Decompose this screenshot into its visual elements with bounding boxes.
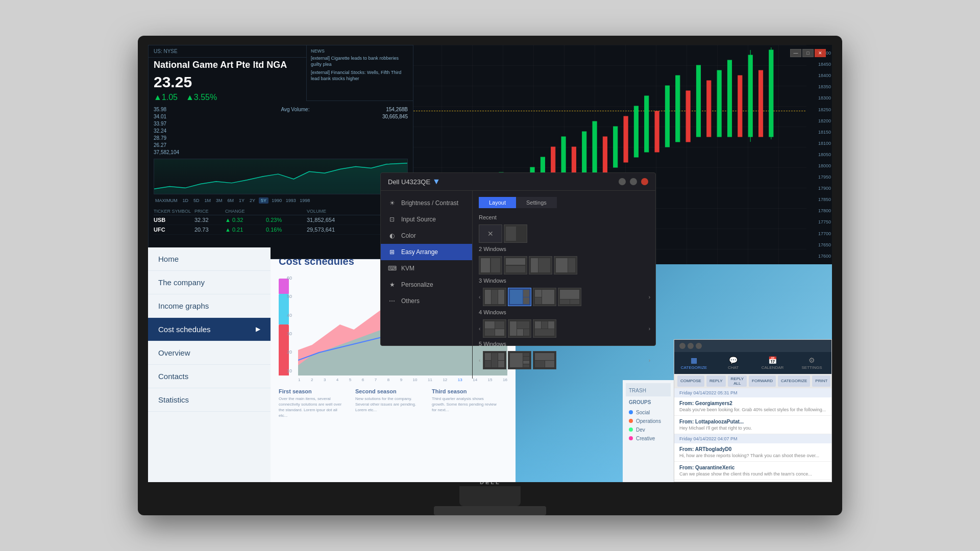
nav-the-company[interactable]: The company: [148, 271, 271, 294]
email-nav-chat[interactable]: 💬 CHAT: [714, 354, 753, 372]
layout-2win-1-inner: [481, 258, 500, 272]
dell-menu-kvm[interactable]: ⌨ KVM: [381, 260, 472, 277]
five-win-next[interactable]: ›: [649, 358, 650, 363]
nav-home[interactable]: Home: [148, 247, 271, 271]
stat-row-6: 26.27: [154, 142, 281, 148]
layout-4win-2[interactable]: [508, 319, 531, 338]
layout-2win-2-inner: [506, 258, 525, 272]
tf-5y[interactable]: 5Y: [259, 197, 268, 204]
layout-5win-3[interactable]: [533, 351, 556, 369]
layout-2win-3[interactable]: [529, 256, 552, 274]
email-close-btn[interactable]: [679, 343, 685, 349]
tf-2y[interactable]: 2Y: [248, 197, 257, 204]
three-win-prev[interactable]: ‹: [479, 294, 480, 300]
group-social[interactable]: Social: [629, 408, 668, 417]
nav-contacts[interactable]: Contacts: [148, 365, 271, 388]
dell-tabs: Layout Settings: [479, 197, 649, 208]
three-win-next[interactable]: ›: [649, 294, 650, 300]
reply-btn[interactable]: REPLY: [706, 375, 726, 387]
group-creative[interactable]: Creative: [629, 434, 668, 443]
dell-tab-settings[interactable]: Settings: [516, 197, 557, 208]
print-btn[interactable]: PRINT: [812, 375, 830, 387]
layout-2win-1[interactable]: [479, 256, 502, 274]
layout-3win-3[interactable]: [533, 288, 556, 306]
four-windows-label: 4 Windows: [479, 309, 649, 315]
3win-4-bottom: [560, 299, 579, 304]
dell-menu-brightness[interactable]: ☀ Brightness / Contrast: [381, 195, 472, 211]
email-item-5[interactable]: From: TomahawkWoma... Let me know if you…: [674, 480, 831, 482]
operations-dot: [629, 419, 633, 423]
dell-menu-others[interactable]: ⋯ Others: [381, 293, 472, 309]
five-win-prev[interactable]: ‹: [479, 358, 480, 363]
5w3-br: [545, 361, 555, 368]
nav-income-graphs[interactable]: Income graphs: [148, 294, 271, 318]
four-win-next[interactable]: ›: [649, 326, 650, 332]
easy-arrange-icon: ⊞: [388, 248, 396, 256]
layout-3win-2[interactable]: [508, 288, 531, 306]
email-item-1[interactable]: From: Georgiamyers2 Deals you've been lo…: [674, 397, 831, 416]
email-nav-categorize[interactable]: ▦ CATEGORIZE: [674, 354, 714, 372]
email-item-3[interactable]: From: ARTbogladyD0 Hi, how are those rep…: [674, 443, 831, 462]
email-item-4[interactable]: From: QuarantineXeric Can we please show…: [674, 462, 831, 480]
forward-btn[interactable]: FORWARD: [749, 375, 776, 387]
settings-icon: ⚙: [808, 356, 815, 364]
cat-btn[interactable]: CATEGORIZE: [778, 375, 810, 387]
email-item-2[interactable]: From: LottapaloozaPutat... Hey Michael I…: [674, 416, 831, 434]
layout-2win-4[interactable]: [554, 256, 577, 274]
dell-tab-layout[interactable]: Layout: [479, 197, 516, 208]
dell-menu-personalize[interactable]: ★ Personalize: [381, 277, 472, 293]
dell-sidebar: ☀ Brightness / Contrast ⊡ Input Source ◐…: [381, 191, 473, 379]
4w2-p4: [524, 329, 530, 336]
layout-5win-1[interactable]: [483, 351, 506, 369]
price-18100: 18100: [806, 141, 831, 146]
email-nav-settings[interactable]: ⚙ SETTINGS: [792, 354, 831, 372]
tf-1y[interactable]: 1Y: [237, 197, 246, 204]
tf-6m[interactable]: 6M: [226, 197, 236, 204]
four-win-prev[interactable]: ‹: [479, 326, 480, 332]
email-min-btn[interactable]: [688, 343, 694, 349]
layout-recent-x[interactable]: ✕: [479, 224, 502, 243]
dell-menu-input[interactable]: ⊡ Input Source: [381, 211, 472, 228]
layout-5win-2[interactable]: [508, 351, 531, 369]
tf-5d[interactable]: 5D: [192, 197, 201, 204]
layout-recent-half[interactable]: [504, 224, 527, 243]
minimize-button[interactable]: —: [790, 49, 801, 57]
ticker-ufc[interactable]: UFC 20.73 ▲ 0.21 0.16% 29,573,641: [154, 225, 408, 235]
dell-minimize-dot[interactable]: [619, 178, 626, 185]
email-nav-calendar[interactable]: 📅 CALENDAR: [753, 354, 792, 372]
news-item-2[interactable]: [external] Financial Stocks: Wells, Fift…: [311, 70, 409, 82]
layout-3win-1[interactable]: [483, 288, 506, 306]
3win-pane-2: [492, 290, 498, 304]
svg-rect-29: [727, 60, 731, 137]
dell-menu-easy-arrange[interactable]: ⊞ Easy Arrange: [381, 244, 472, 260]
tf-maximum[interactable]: MAXIMUM: [154, 197, 179, 204]
maximize-button[interactable]: □: [802, 49, 814, 57]
group-dev[interactable]: Dev: [629, 425, 668, 434]
tf-3m[interactable]: 3M: [214, 197, 224, 204]
layout-3win-4[interactable]: [558, 288, 581, 306]
layout-4win-3[interactable]: [533, 319, 556, 338]
email-max-btn[interactable]: [696, 343, 702, 349]
group-operations[interactable]: Operations: [629, 417, 668, 425]
4w-p2: [495, 321, 505, 329]
dell-model-label: Dell U4323QE ▼: [388, 177, 440, 186]
layout-4win-1[interactable]: [483, 319, 506, 338]
close-button[interactable]: ✕: [815, 49, 826, 57]
tf-1m[interactable]: 1M: [203, 197, 213, 204]
nav-overview[interactable]: Overview: [148, 341, 271, 365]
compose-btn[interactable]: COMPOSE: [677, 375, 704, 387]
news-item-1[interactable]: [external] Cigarette leads to bank robbe…: [311, 56, 409, 67]
tf-1d[interactable]: 1D: [181, 197, 190, 204]
ticker-usb[interactable]: USB 32.32 ▲ 0.32 0.23% 31,852,654: [154, 215, 408, 225]
dell-maximize-dot[interactable]: [630, 178, 637, 185]
layout-2win-2[interactable]: [504, 256, 527, 274]
dell-close-dot[interactable]: [641, 178, 648, 185]
price-18000: 18000: [806, 163, 831, 168]
dell-menu-color[interactable]: ◐ Color: [381, 228, 472, 244]
season-third: Third season Third quarter analysis show…: [432, 388, 498, 419]
nav-cost-schedules[interactable]: Cost schedules ▶: [148, 318, 271, 341]
reply-all-btn[interactable]: REPLY ALL: [728, 375, 747, 387]
dell-dropdown-arrow[interactable]: ▼: [432, 177, 440, 186]
nav-statistics[interactable]: Statistics: [148, 388, 271, 412]
stat-right-1: Avg Volume:154,268B: [281, 106, 408, 113]
